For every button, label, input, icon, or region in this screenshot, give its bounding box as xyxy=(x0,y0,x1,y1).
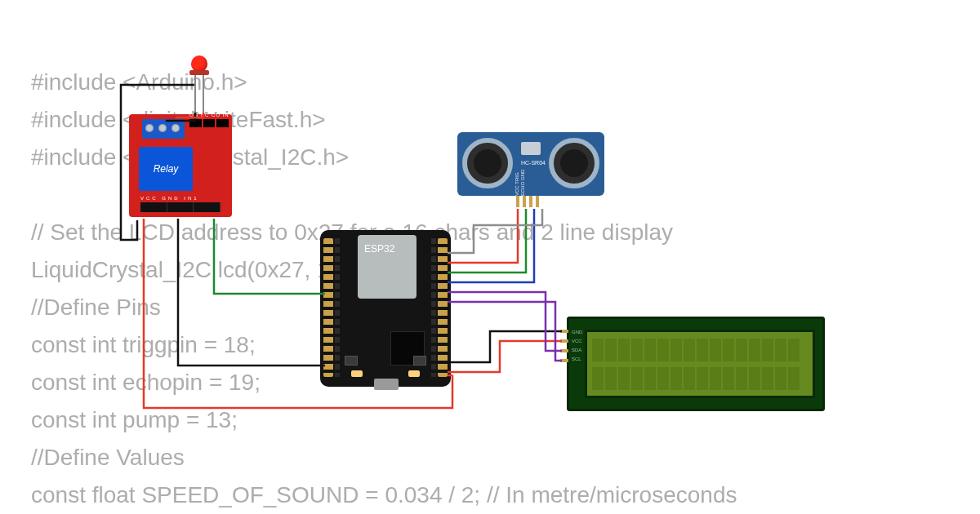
circuit-wires xyxy=(0,0,980,514)
lcd-cell xyxy=(749,339,760,361)
lcd-cell xyxy=(631,367,643,390)
led-leg xyxy=(203,75,204,114)
lcd-cell xyxy=(605,339,617,361)
lcd-row xyxy=(592,367,808,390)
lcd-cell xyxy=(788,367,800,390)
lcd-cell xyxy=(775,339,786,361)
circuit-canvas[interactable]: ON NC CO IN Relay VCC GND IN1 ESP32 HC-S… xyxy=(0,0,980,514)
lcd-cell xyxy=(670,339,682,361)
relay-header-pins xyxy=(189,119,229,127)
wire-lcd-sda xyxy=(448,292,562,351)
hcsr04-sensor[interactable]: HC-SR04 VCC TRIG ECHO GND xyxy=(457,132,604,196)
lcd-cell xyxy=(684,339,695,361)
wire-lcd-vcc xyxy=(448,341,562,372)
relay-screw-terminal xyxy=(142,119,185,139)
lcd-cell xyxy=(670,367,682,390)
wire-lcd-gnd xyxy=(448,331,562,362)
lcd-cell xyxy=(762,339,773,361)
hcsr04-pins xyxy=(516,196,552,207)
lcd-cell xyxy=(736,367,747,390)
lcd-cell xyxy=(697,339,708,361)
lcd-cell xyxy=(762,367,773,390)
lcd-cell xyxy=(618,367,630,390)
wire-ground xyxy=(178,219,325,366)
wire-hcsr04-gnd xyxy=(448,209,542,253)
led-component[interactable] xyxy=(191,55,207,72)
esp32-button xyxy=(413,356,426,366)
lcd-cell xyxy=(723,339,734,361)
relay-bottom-pins xyxy=(140,202,220,212)
lcd-cell xyxy=(710,367,721,390)
lcd-cell xyxy=(736,339,747,361)
wire-hcsr04-vcc xyxy=(448,209,518,263)
lcd-cell xyxy=(775,367,786,390)
lcd-row xyxy=(592,339,808,361)
esp32-shield-label: ESP32 xyxy=(358,235,416,299)
wire-hcsr04-trig xyxy=(448,209,526,273)
lcd-pin-labels: GND VCC SDA SCL xyxy=(572,328,582,364)
lcd-cell xyxy=(644,339,656,361)
lcd-cell xyxy=(605,367,617,390)
esp32-led-icon xyxy=(408,370,420,377)
lcd-cell xyxy=(657,339,669,361)
lcd-cell xyxy=(749,367,760,390)
lcd-cell xyxy=(697,367,708,390)
ultrasonic-transducer-icon xyxy=(462,138,513,188)
lcd-cell xyxy=(723,367,734,390)
lcd-cell xyxy=(657,367,669,390)
lcd-cell xyxy=(644,367,656,390)
esp32-pin-header-right xyxy=(438,238,448,377)
led-leg xyxy=(194,75,196,114)
relay-top-pin-labels: ON NC CO IN xyxy=(189,113,229,117)
lcd-cell xyxy=(592,367,604,390)
lcd-display[interactable]: GND VCC SDA SCL xyxy=(567,317,825,411)
lcd-cell xyxy=(788,339,800,361)
lcd-cell xyxy=(631,339,643,361)
relay-module[interactable]: ON NC CO IN Relay VCC GND IN1 xyxy=(129,114,232,217)
esp32-led-icon xyxy=(351,370,363,377)
wire-hcsr04-echo xyxy=(448,209,534,282)
led-base xyxy=(189,70,209,75)
relay-bottom-pin-labels: VCC GND IN1 xyxy=(140,196,199,201)
esp32-pin-holes-left xyxy=(335,238,340,377)
esp32-pin-holes-right xyxy=(431,238,436,377)
esp32-pin-header-left xyxy=(323,238,333,377)
hcsr04-oscillator xyxy=(521,142,541,155)
esp32-button xyxy=(345,356,358,366)
lcd-i2c-pins xyxy=(560,330,568,362)
lcd-cell xyxy=(684,367,695,390)
lcd-cell xyxy=(618,339,630,361)
ultrasonic-transducer-icon xyxy=(549,138,599,188)
lcd-screen xyxy=(585,330,815,398)
wire-lcd-scl xyxy=(448,302,562,361)
relay-body-label: Relay xyxy=(139,147,193,191)
hcsr04-label: HC-SR04 xyxy=(521,160,546,166)
wire-relay-signal xyxy=(214,219,325,294)
esp32-usb-port xyxy=(374,379,399,390)
hcsr04-pin-labels: VCC TRIG ECHO GND xyxy=(514,168,526,196)
esp32-board[interactable]: ESP32 xyxy=(320,230,451,387)
lcd-cell xyxy=(592,339,604,361)
lcd-cell xyxy=(710,339,721,361)
